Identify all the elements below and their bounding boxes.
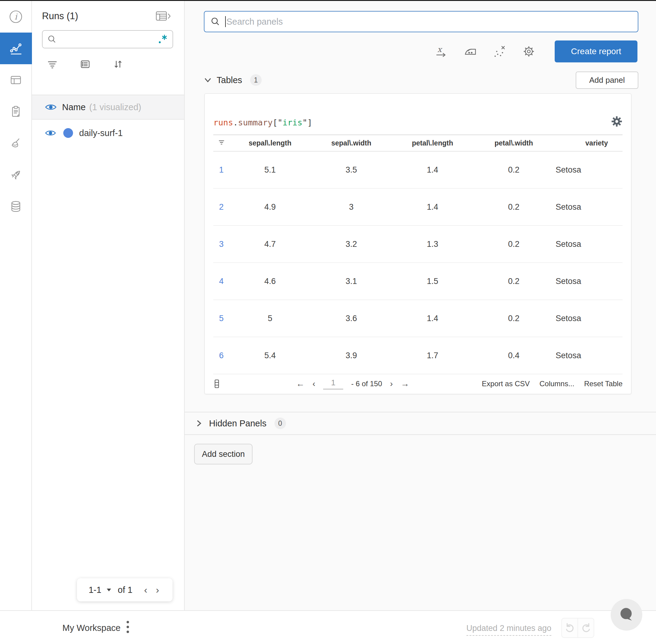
kebab-menu-icon xyxy=(125,619,130,635)
rail-item-charts[interactable] xyxy=(0,32,32,64)
cell: 0.2 xyxy=(473,202,554,212)
runs-sidebar: Runs (1) xyxy=(32,1,185,610)
notes-clipboard-icon xyxy=(9,105,23,118)
table-row: 4 4.6 3.1 1.5 0.2 Setosa xyxy=(213,263,623,300)
support-chat-button[interactable] xyxy=(611,599,642,630)
cell: Setosa xyxy=(554,202,623,212)
column-header[interactable]: variety xyxy=(554,139,623,147)
x-axis-settings-button[interactable]: x xyxy=(434,44,448,59)
cell: 4.6 xyxy=(229,277,311,286)
page-range-label: - 6 of 150 xyxy=(351,380,382,388)
page-size-caret-icon[interactable] xyxy=(107,589,111,591)
runs-prev-page-button[interactable]: ‹ xyxy=(142,584,149,596)
group-runs-button[interactable] xyxy=(79,58,91,70)
redo-button[interactable] xyxy=(578,618,594,637)
run-row[interactable]: daily-surf-1 xyxy=(32,120,184,146)
workspace-settings-button[interactable] xyxy=(522,44,536,59)
next-page-button[interactable]: › xyxy=(390,379,393,389)
panel-search-box xyxy=(204,11,638,32)
row-index-link[interactable]: 1 xyxy=(213,165,229,175)
add-panel-button[interactable]: Add panel xyxy=(576,71,638,89)
workspace-menu-button[interactable] xyxy=(125,619,130,636)
row-index-link[interactable]: 4 xyxy=(213,277,229,286)
row-height-icon[interactable] xyxy=(213,379,220,389)
panels-icon xyxy=(9,73,23,87)
workspace-name-label: My Workspace xyxy=(62,623,120,633)
outliers-button[interactable] xyxy=(493,44,507,59)
export-csv-button[interactable]: Export as CSV xyxy=(482,380,530,388)
page-number-input[interactable] xyxy=(323,378,343,390)
search-icon xyxy=(210,16,221,27)
reset-table-button[interactable]: Reset Table xyxy=(584,380,623,388)
list-icon xyxy=(79,58,91,70)
row-index-link[interactable]: 5 xyxy=(213,314,229,323)
run-search-input[interactable] xyxy=(57,34,157,44)
rail-item-sweeps[interactable] xyxy=(0,128,31,159)
rail-item-notes[interactable] xyxy=(0,96,31,128)
svg-text:x: x xyxy=(437,45,442,54)
cell: 1.4 xyxy=(392,314,473,323)
table-row: 5 5 3.6 1.4 0.2 Setosa xyxy=(213,300,623,337)
table-header-row: sepal\.length sepal\.width petal\.length… xyxy=(213,135,623,152)
tables-count-badge: 1 xyxy=(250,74,262,86)
add-section-button[interactable]: Add section xyxy=(194,444,253,464)
panel-expression[interactable]: runs.summary["iris"] xyxy=(213,118,312,127)
updated-timestamp-label: Updated 2 minutes ago xyxy=(466,624,551,636)
last-page-button[interactable]: → xyxy=(401,379,409,389)
panel-settings-gear-icon[interactable] xyxy=(611,116,623,127)
expression-key: iris xyxy=(283,118,302,127)
runs-pagination: 1-1 of 1 ‹ › xyxy=(77,578,172,601)
table-filter-icon[interactable] xyxy=(218,139,225,146)
rail-item-panels[interactable] xyxy=(0,64,31,96)
column-header[interactable]: petal\.width xyxy=(473,139,554,147)
hidden-panels-label[interactable]: Hidden Panels xyxy=(209,418,266,429)
line-chart-icon xyxy=(9,41,23,55)
row-index-link[interactable]: 3 xyxy=(213,239,229,249)
table-footer: ← ‹ - 6 of 150 › → Export as CSV Columns… xyxy=(213,374,623,393)
column-header[interactable]: petal\.length xyxy=(392,139,473,147)
sort-runs-button[interactable] xyxy=(112,58,124,70)
row-index-link[interactable]: 6 xyxy=(213,351,229,360)
tables-section-label[interactable]: Tables xyxy=(217,75,242,85)
hidden-panels-section-header: Hidden Panels 0 xyxy=(185,412,656,435)
runs-page-total: of 1 xyxy=(118,585,132,595)
cell: Setosa xyxy=(554,239,623,249)
undo-button[interactable] xyxy=(562,618,578,637)
sort-icon xyxy=(112,58,124,70)
table-footer-actions: Export as CSV Columns... Reset Table xyxy=(482,380,623,388)
columns-button[interactable]: Columns... xyxy=(539,380,575,388)
rail-item-launch[interactable] xyxy=(0,159,31,191)
cell: 1.4 xyxy=(392,202,473,212)
chevron-down-icon[interactable] xyxy=(204,77,212,83)
column-header[interactable]: sepal\.length xyxy=(229,139,311,147)
cell: 1.4 xyxy=(392,165,473,175)
filter-runs-button[interactable] xyxy=(46,58,58,70)
chevron-right-icon[interactable] xyxy=(196,419,202,427)
run-visibility-eye-icon[interactable] xyxy=(45,129,56,137)
rail-item-overview[interactable]: i xyxy=(0,1,31,32)
panel-search-input[interactable] xyxy=(226,17,632,27)
row-index-link[interactable]: 2 xyxy=(213,202,229,212)
runs-page-range[interactable]: 1-1 xyxy=(89,585,101,595)
cell: 3.6 xyxy=(311,314,392,323)
first-page-button[interactable]: ← xyxy=(296,379,305,389)
regex-toggle-icon[interactable] xyxy=(157,34,168,45)
expand-runs-table-icon[interactable] xyxy=(155,10,172,22)
run-search-box xyxy=(42,30,173,48)
svg-text:i: i xyxy=(14,12,18,21)
cell: 1.7 xyxy=(392,351,473,360)
database-icon xyxy=(9,200,23,213)
column-header[interactable]: sepal\.width xyxy=(311,139,392,147)
visibility-eye-icon[interactable] xyxy=(45,103,56,111)
runs-next-page-button[interactable]: › xyxy=(154,584,161,596)
rail-item-artifacts[interactable] xyxy=(0,191,31,223)
create-report-button[interactable]: Create report xyxy=(555,41,637,62)
run-list-header-label: Name xyxy=(62,102,86,112)
cell: 4.9 xyxy=(229,202,311,212)
smoothing-iron-button[interactable] xyxy=(463,44,477,59)
broom-icon xyxy=(9,137,23,150)
cell: Setosa xyxy=(554,165,623,175)
prev-page-button[interactable]: ‹ xyxy=(312,379,315,389)
x-axis-icon: x xyxy=(434,44,448,59)
visualized-count-label: (1 visualized) xyxy=(89,102,141,112)
